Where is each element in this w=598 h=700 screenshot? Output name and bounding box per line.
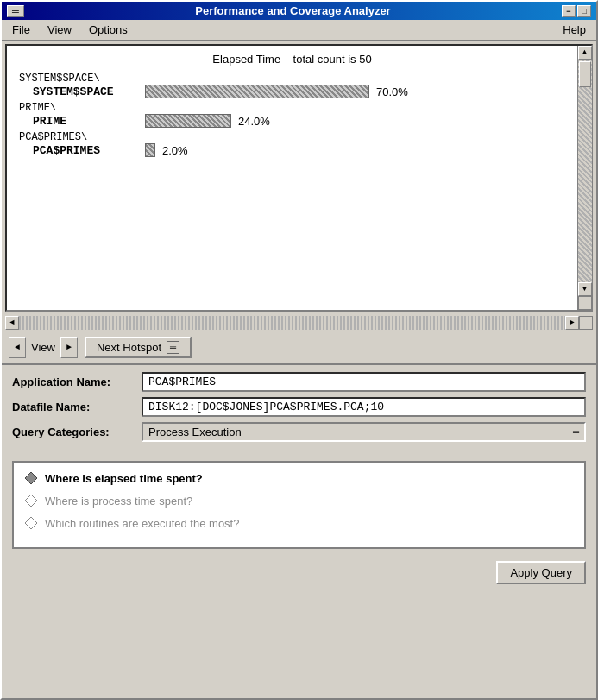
- diamond-filled-icon: [24, 471, 38, 485]
- chart-percent-3: 2.0%: [162, 144, 188, 157]
- chart-bar-2: [145, 114, 231, 128]
- hotspot-icon: ═: [167, 341, 179, 354]
- svg-marker-0: [25, 472, 37, 484]
- chart-title: Elapsed Time – total count is 50: [16, 53, 569, 66]
- menu-help[interactable]: Help: [556, 22, 593, 38]
- window-title: Performance and Coverage Analyzer: [195, 4, 390, 17]
- controls-row: ◄ View ► Next Hotspot ═: [2, 331, 596, 363]
- chart-path-1: SYSTEM$SPACE\: [19, 73, 569, 85]
- vertical-scrollbar: ▲ ▼: [577, 46, 591, 310]
- view-label: View: [26, 341, 60, 354]
- menu-file[interactable]: File: [5, 22, 37, 38]
- view-group: ◄ View ►: [9, 337, 78, 358]
- chart-name-1: SYSTEM$SPACE: [33, 85, 145, 98]
- chart-percent-1: 70.0%: [376, 85, 408, 98]
- title-bar: ═ Performance and Coverage Analyzer − □: [2, 2, 596, 20]
- svg-marker-1: [25, 495, 37, 507]
- chart-name-3: PCA$PRIMES: [33, 144, 145, 157]
- dropdown-arrow-icon: ═: [573, 427, 579, 437]
- horizontal-scrollbar-row: ◄ ►: [5, 315, 593, 331]
- hscroll-corner: [579, 316, 593, 330]
- view-next-button[interactable]: ►: [60, 337, 78, 358]
- scroll-track[interactable]: [578, 60, 592, 282]
- hscroll-track[interactable]: [19, 316, 565, 330]
- scroll-corner: [578, 296, 592, 310]
- apply-query-button[interactable]: Apply Query: [496, 561, 586, 584]
- next-hotspot-button[interactable]: Next Hotspot ═: [85, 337, 192, 358]
- chart-bar-3: [145, 143, 155, 157]
- chart-entry-1: SYSTEM$SPACE\ SYSTEM$SPACE 70.0%: [16, 73, 569, 100]
- main-window: ═ Performance and Coverage Analyzer − □ …: [0, 0, 598, 700]
- form-section: Application Name: PCA$PRIMES Datafile Na…: [2, 363, 596, 454]
- query-option-2[interactable]: Where is process time spent?: [24, 494, 574, 508]
- datafile-label: Datafile Name:: [12, 400, 142, 413]
- chart-path-2: PRIME\: [19, 102, 569, 114]
- menu-bar: File View Options Help: [2, 20, 596, 41]
- app-name-row: Application Name: PCA$PRIMES: [12, 372, 586, 392]
- chart-area: Elapsed Time – total count is 50 SYSTEM$…: [7, 46, 577, 310]
- app-name-input[interactable]: PCA$PRIMES: [142, 372, 586, 392]
- hscroll-left-button[interactable]: ◄: [5, 316, 19, 330]
- query-cat-row: Query Categories: Process Execution ═: [12, 422, 586, 442]
- scroll-up-button[interactable]: ▲: [578, 46, 592, 60]
- menu-options[interactable]: Options: [82, 22, 135, 38]
- svg-marker-2: [25, 517, 37, 529]
- menu-view[interactable]: View: [41, 22, 79, 38]
- query-option-1[interactable]: Where is elapsed time spent?: [24, 471, 574, 485]
- diamond-outline-icon-2: [24, 494, 38, 508]
- scroll-thumb[interactable]: [579, 61, 591, 87]
- chart-percent-2: 24.0%: [238, 115, 270, 128]
- chart-name-2: PRIME: [33, 115, 145, 128]
- diamond-outline-icon-3: [24, 516, 38, 530]
- maximize-button[interactable]: □: [577, 5, 591, 17]
- query-cat-dropdown[interactable]: Process Execution ═: [142, 422, 586, 442]
- system-menu-button[interactable]: ═: [7, 5, 24, 17]
- minimize-button[interactable]: −: [562, 5, 576, 17]
- chart-entry-3: PCA$PRIMES\ PCA$PRIMES 2.0%: [16, 131, 569, 159]
- query-options-section: Where is elapsed time spent? Where is pr…: [12, 461, 586, 549]
- apply-row: Apply Query: [2, 556, 596, 591]
- app-name-label: Application Name:: [12, 375, 142, 388]
- view-prev-button[interactable]: ◄: [9, 337, 26, 358]
- menu-left: File View Options: [5, 22, 135, 38]
- chart-entry-2: PRIME\ PRIME 24.0%: [16, 102, 569, 129]
- window-controls: − □: [562, 5, 591, 17]
- query-option-3[interactable]: Which routines are executed the most?: [24, 516, 574, 530]
- datafile-input[interactable]: DISK12:[DOC$JONES]PCA$PRIMES.PCA;10: [142, 397, 586, 417]
- query-cat-label: Query Categories:: [12, 426, 142, 438]
- hscroll-right-button[interactable]: ►: [565, 316, 579, 330]
- scroll-down-button[interactable]: ▼: [578, 282, 592, 296]
- datafile-row: Datafile Name: DISK12:[DOC$JONES]PCA$PRI…: [12, 397, 586, 417]
- chart-bar-1: [145, 85, 369, 98]
- chart-path-3: PCA$PRIMES\: [19, 131, 569, 143]
